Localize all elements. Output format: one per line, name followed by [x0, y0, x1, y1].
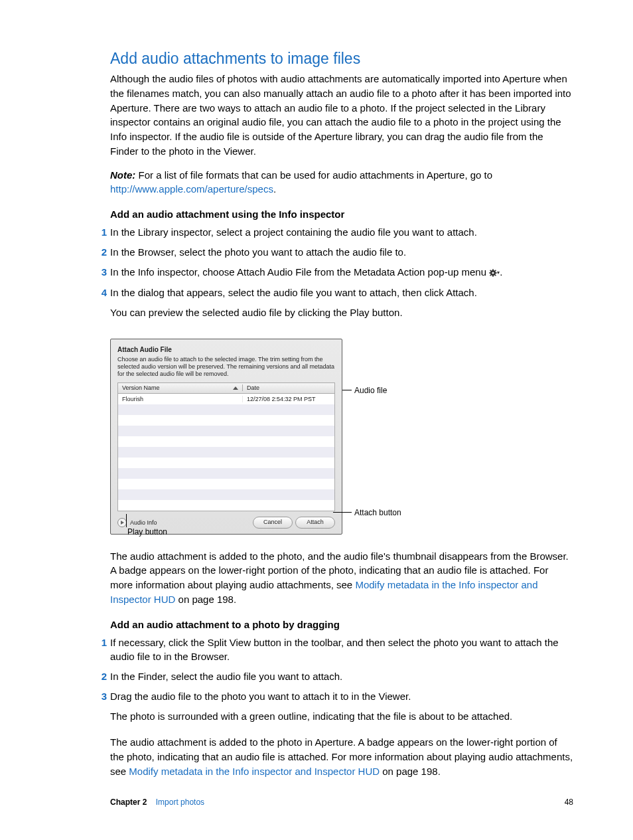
column-date[interactable]: Date [243, 384, 334, 391]
play-icon [121, 521, 124, 525]
table-row [118, 479, 334, 489]
step-3: 3 In the Info inspector, choose Attach A… [110, 262, 573, 284]
step-2: 2 In the Browser, select the photo you w… [110, 242, 573, 262]
step-2: 2 In the Finder, select the audio file y… [110, 667, 573, 687]
step-number: 1 [95, 225, 107, 240]
table-row [118, 489, 334, 500]
svg-point-1 [492, 272, 494, 274]
cell-date: 12/27/08 2:54:32 PM PST [243, 396, 334, 402]
dialog-description: Choose an audio file to attach to the se… [117, 356, 335, 378]
list-header: Version Name Date [117, 382, 335, 394]
callout-label: Audio file [354, 386, 387, 394]
note-paragraph: Note: For a list of file formats that ca… [110, 168, 573, 197]
step-3: 3 Drag the audio file to the photo you w… [110, 687, 573, 736]
outcome-post: on page 198. [175, 594, 236, 605]
specs-link[interactable]: http://www.apple.com/aperture/specs [110, 183, 273, 195]
steps-dragging: 1 If necessary, click the Split View but… [110, 633, 573, 736]
audio-preview: Audio Info [117, 518, 157, 527]
file-list: Flourish 12/27/08 2:54:32 PM PST [117, 394, 335, 511]
audio-info-label: Audio Info [130, 519, 157, 526]
note-label: Note: [110, 169, 135, 181]
step-text: Drag the audio file to the photo you wan… [110, 691, 411, 702]
step-1: 1 If necessary, click the Split View but… [110, 633, 573, 667]
step-text-post: . [500, 266, 502, 278]
step-text: If necessary, click the Split View butto… [110, 637, 559, 663]
step-text: In the dialog that appears, select the a… [110, 287, 477, 298]
svg-rect-4 [489, 272, 490, 274]
modify-metadata-link-2[interactable]: Modify metadata in the Info inspector an… [129, 766, 380, 777]
table-row [118, 468, 334, 479]
step-number: 3 [95, 265, 107, 280]
svg-rect-3 [492, 275, 494, 276]
table-row [118, 436, 334, 447]
column-version-name[interactable]: Version Name [118, 384, 243, 391]
column-label: Version Name [122, 384, 160, 391]
page-footer: Chapter 2 Import photos 48 [110, 798, 573, 807]
page: Add audio attachments to image files Alt… [0, 0, 633, 840]
attach-audio-figure: Attach Audio File Choose an audio file t… [110, 339, 508, 535]
step-number: 4 [95, 286, 107, 300]
chapter-label: Chapter 2 [110, 798, 147, 807]
note-body-a: For a list of file formats that can be u… [135, 169, 492, 181]
sort-ascending-icon [233, 386, 238, 390]
table-row [118, 458, 334, 468]
outcome-a: The audio attachment is added to the pho… [110, 549, 573, 607]
outcome-b: The audio attachment is added to the pho… [110, 735, 573, 778]
outcome-post: on page 198. [380, 766, 441, 777]
table-row [118, 404, 334, 415]
subhead-dragging: Add an audio attachment to a photo by dr… [110, 619, 573, 630]
step-number: 2 [95, 245, 107, 260]
step-1: 1 In the Library inspector, select a pro… [110, 222, 573, 242]
table-row [118, 426, 334, 436]
step-number: 1 [95, 635, 107, 650]
dialog-title: Attach Audio File [117, 346, 335, 353]
step-note: You can preview the selected audio file … [110, 305, 573, 320]
callout-line [126, 514, 127, 527]
step-text: In the Finder, select the audio file you… [110, 671, 342, 682]
gear-icon [489, 266, 500, 281]
step-text: In the Browser, select the photo you wan… [110, 246, 406, 258]
table-row [118, 500, 334, 511]
step-text: In the Library inspector, select a proje… [110, 226, 477, 238]
page-number: 48 [565, 798, 573, 807]
step-number: 3 [95, 689, 107, 704]
footer-left: Chapter 2 Import photos [110, 798, 204, 807]
attach-audio-dialog: Attach Audio File Choose an audio file t… [110, 339, 342, 535]
step-text-pre: In the Info inspector, choose Attach Aud… [110, 266, 489, 278]
subhead-info-inspector: Add an audio attachment using the Info i… [110, 209, 573, 220]
callout-audio-file: Audio file [342, 386, 462, 394]
intro-paragraph: Although the audio files of photos with … [110, 72, 573, 159]
cancel-button[interactable]: Cancel [253, 517, 293, 529]
table-row[interactable]: Flourish 12/27/08 2:54:32 PM PST [118, 394, 334, 404]
dialog-footer: Audio Info Cancel Attach [117, 511, 335, 529]
dialog-buttons: Cancel Attach [253, 517, 335, 529]
callout-label: Attach button [354, 509, 401, 517]
table-row [118, 415, 334, 426]
attach-button[interactable]: Attach [295, 517, 335, 529]
page-title: Add audio attachments to image files [110, 50, 573, 68]
step-number: 2 [95, 669, 107, 684]
step-4: 4 In the dialog that appears, select the… [110, 283, 573, 332]
callout-attach-button: Attach button [333, 509, 453, 517]
svg-rect-5 [496, 272, 497, 274]
cell-version-name: Flourish [118, 396, 243, 402]
step-note: The photo is surrounded with a green out… [110, 709, 573, 724]
table-row [118, 447, 334, 458]
steps-info-inspector: 1 In the Library inspector, select a pro… [110, 222, 573, 332]
svg-rect-2 [492, 269, 494, 270]
callout-play-button: Play button [127, 527, 167, 537]
play-button[interactable] [117, 518, 127, 527]
note-body-b: . [273, 183, 276, 195]
chapter-name: Import photos [156, 798, 204, 807]
